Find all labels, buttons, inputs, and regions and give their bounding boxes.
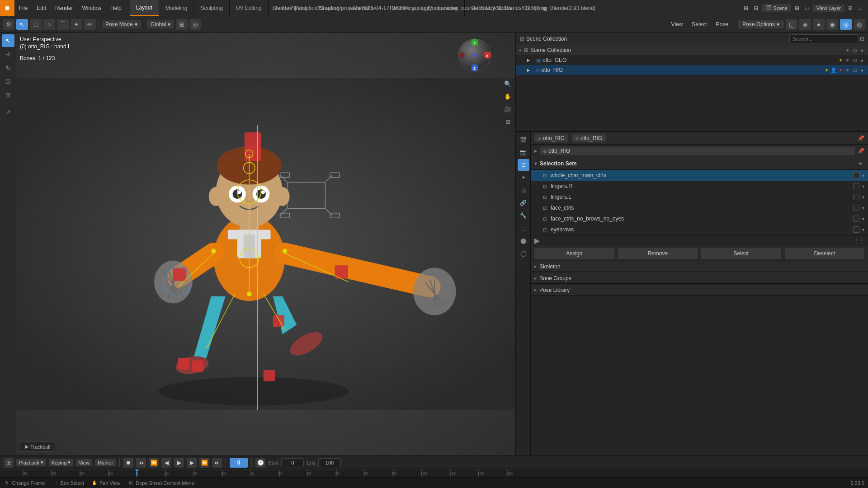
ss-item-2[interactable]: ⊡ fingers.L ▾	[531, 192, 868, 202]
pose-options-btn[interactable]: Pose Options ▾	[738, 20, 784, 28]
menu-view[interactable]: View	[667, 20, 686, 28]
header-overlay[interactable]: ◱	[786, 19, 797, 30]
armature-selector1[interactable]: ⌾ otto_RIG	[534, 134, 568, 142]
lt-move[interactable]: ✛	[2, 48, 14, 61]
ss-item-3[interactable]: ⊡ face_ctrls ▾	[531, 202, 868, 213]
topbar-icon5[interactable]: ⊞	[846, 4, 854, 12]
scene-selector[interactable]: 🎬 Scene	[762, 4, 791, 12]
header-engine-icon[interactable]: ⚙	[3, 19, 14, 30]
topbar-icon2[interactable]: ⊟	[752, 4, 760, 12]
tab-sculpting[interactable]: Sculpting	[194, 0, 230, 16]
arm-pin-icon[interactable]: 📌	[858, 135, 864, 141]
tl-prev-frame[interactable]: ⏪	[149, 458, 159, 468]
tl-marker-btn[interactable]: Marker	[95, 459, 116, 466]
geo-vis[interactable]: 👁	[844, 58, 851, 63]
menu-pose[interactable]: Pose	[712, 20, 732, 28]
menu-render[interactable]: Render	[51, 0, 77, 16]
header-proportional[interactable]: ◎	[189, 19, 201, 30]
header-annotate[interactable]: ✏	[84, 19, 96, 30]
geo-sel[interactable]: ⊡	[852, 58, 858, 63]
viewport[interactable]: User Perspective (0) otto_RIG : hand.L B…	[16, 33, 515, 455]
header-select-circle[interactable]: ○	[43, 19, 55, 30]
scene-coll-vis[interactable]: 👁	[844, 48, 851, 53]
tl-clock-icon[interactable]: 🕐	[255, 458, 265, 468]
mode-dropdown[interactable]: Pose Mode ▾	[102, 20, 141, 28]
view-layer-selector[interactable]: View Layer	[813, 5, 844, 12]
tab-uv-editing[interactable]: UV Editing	[230, 0, 269, 16]
menu-select[interactable]: Select	[688, 20, 710, 28]
tl-start-input[interactable]	[281, 458, 304, 467]
rig-sel[interactable]: ⊡	[852, 68, 858, 73]
ss-check-2[interactable]	[853, 194, 859, 200]
bone-groups-section[interactable]: ▸ Bone Groups	[531, 273, 868, 284]
prop-icon-scene[interactable]: 🎬	[518, 134, 529, 145]
prop-icon-world[interactable]: ◯	[518, 248, 529, 259]
tl-next-frame[interactable]: ⏩	[199, 458, 209, 468]
topbar-icon1[interactable]: ⊞	[742, 4, 750, 12]
tab-layout[interactable]: Layout	[130, 0, 159, 16]
prop-icon-modifier[interactable]: 🔧	[518, 210, 529, 221]
armature-selector2[interactable]: ⌾ otto_RIG	[572, 134, 606, 142]
tl-menu-icon[interactable]: ⊞	[4, 458, 14, 468]
ss-item-1[interactable]: ⊡ fingers.R ▾	[531, 181, 868, 192]
outliner-search[interactable]	[789, 34, 858, 43]
menu-edit[interactable]: Edit	[32, 0, 51, 16]
tl-skip-end[interactable]: ⏭	[212, 458, 222, 468]
rig-render[interactable]: ●	[859, 68, 865, 73]
ss-play-btn[interactable]: ▶	[534, 236, 540, 245]
topbar-icon6[interactable]: □	[856, 4, 864, 12]
assign-btn[interactable]: Assign	[534, 248, 614, 259]
scene-coll-sel[interactable]: ⊡	[852, 48, 858, 53]
lt-cursor[interactable]: ↖	[2, 34, 14, 47]
scene-coll-render[interactable]: ●	[859, 48, 865, 53]
prop-icon-constraints[interactable]: 🔗	[518, 197, 529, 209]
vt-camera[interactable]: 🎥	[502, 103, 514, 115]
header-select-lasso[interactable]: ⌒	[57, 19, 69, 30]
header-select-box[interactable]: □	[30, 19, 42, 30]
topbar-icon4[interactable]: □	[803, 4, 811, 12]
header-snap-icon[interactable]: ⊞	[176, 19, 188, 30]
selection-sets-header[interactable]: ▾ Selection Sets +	[531, 157, 868, 170]
rig-vis[interactable]: 👁	[844, 68, 851, 73]
ss-item-0[interactable]: ⊡ whole_char_main_ctrls ▾	[531, 170, 868, 181]
geo-render[interactable]: ●	[859, 58, 865, 63]
remove-btn[interactable]: Remove	[618, 248, 698, 259]
tl-next-keyframe[interactable]: ▶	[187, 458, 197, 468]
lt-rotate[interactable]: ↻	[2, 61, 14, 74]
vt-grab[interactable]: ✋	[502, 90, 514, 102]
select-btn[interactable]: Select	[701, 248, 781, 259]
prop-icon-object[interactable]: ◻	[518, 222, 529, 234]
vt-grid[interactable]: ⊞	[502, 116, 514, 127]
ss-check-5[interactable]	[853, 226, 859, 233]
shading-eevee[interactable]: ◍	[854, 19, 865, 30]
tl-end-input[interactable]	[318, 458, 341, 467]
ss-add-button[interactable]: +	[856, 160, 864, 168]
ao-pin[interactable]: 📌	[858, 148, 864, 154]
shading-rendered[interactable]: ◎	[840, 19, 852, 30]
tl-skip-start[interactable]: ⏮	[136, 458, 146, 468]
prop-icon-physics[interactable]: ◎	[518, 184, 529, 196]
prop-icon-material[interactable]: ⬤	[518, 235, 529, 247]
lt-scale[interactable]: ⊡	[2, 75, 14, 88]
ss-item-5[interactable]: ⊡ eyebrows ▾	[531, 224, 868, 235]
active-object-selector[interactable]: ⌾ otto_RIG	[540, 147, 855, 155]
tl-play-btn[interactable]: ▶	[174, 458, 184, 468]
shading-solid[interactable]: ●	[813, 19, 825, 30]
transform-dropdown[interactable]: Global ▾	[147, 20, 175, 28]
blender-logo[interactable]	[0, 0, 14, 16]
header-tweak[interactable]: ✦	[71, 19, 82, 30]
trackball-indicator[interactable]: ▶ Trackball	[20, 441, 55, 452]
ss-check-3[interactable]	[853, 205, 859, 211]
tl-playback-btn[interactable]: Playback ▾	[16, 459, 46, 466]
tl-prev-keyframe[interactable]: ◀	[161, 458, 171, 468]
lt-transform[interactable]: ⊞	[2, 89, 14, 101]
scene-collection-row[interactable]: ▾ ⊞ Scene Collection 👁 ⊡ ●	[516, 45, 868, 55]
pose-library-section[interactable]: ▸ Pose Library	[531, 285, 868, 296]
menu-help[interactable]: Help	[106, 0, 126, 16]
vt-search[interactable]: 🔍	[502, 78, 514, 89]
prop-icon-data[interactable]: ⊡	[518, 159, 529, 171]
ss-item-4[interactable]: ⊡ face_ctrls_no_brows_no_eyes ▾	[531, 213, 868, 224]
timeline-ruler[interactable]: -40 -30 -20 -10 0 10 20 30 40 50	[0, 469, 868, 477]
tl-keying-btn[interactable]: Keying ▾	[49, 459, 74, 466]
deselect-btn[interactable]: Deselect	[785, 248, 865, 259]
